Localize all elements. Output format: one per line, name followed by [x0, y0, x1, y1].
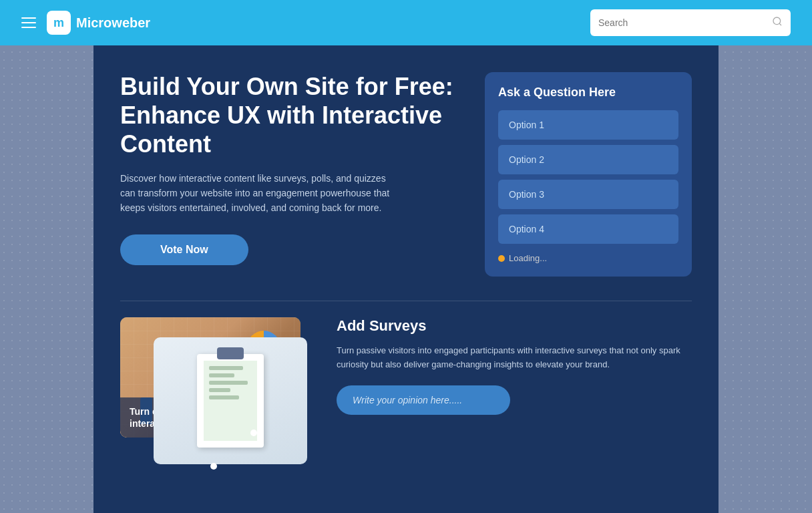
- poll-loading: Loading...: [498, 253, 678, 263]
- connector-dot-1: [250, 430, 257, 436]
- main-content: Build Your Own Site for Free: Enhance UX…: [93, 45, 719, 513]
- poll-option-4[interactable]: Option 4: [498, 214, 678, 244]
- opinion-input[interactable]: [337, 385, 510, 415]
- poll-card: Ask a Question Here Option 1 Option 2 Op…: [485, 72, 692, 277]
- logo-area: m Microweber: [47, 11, 150, 35]
- navbar-left: m Microweber: [21, 11, 150, 35]
- section-divider: [120, 301, 692, 301]
- search-icon: [772, 16, 783, 29]
- surveys-description: Turn passive visitors into engaged parti…: [337, 344, 692, 372]
- surveys-section: Add Surveys Turn passive visitors into e…: [337, 317, 692, 415]
- clipboard-clip: [217, 347, 244, 359]
- clipboard-image: [154, 337, 307, 464]
- poll-option-2[interactable]: Option 2: [498, 145, 678, 174]
- navbar: m Microweber: [0, 0, 812, 45]
- hero-left: Build Your Own Site for Free: Enhance UX…: [120, 72, 458, 265]
- search-input[interactable]: [598, 17, 767, 28]
- svg-point-0: [773, 17, 781, 25]
- loading-dot: [498, 255, 505, 262]
- loading-text: Loading...: [509, 253, 547, 263]
- connector-dot-2: [210, 463, 217, 470]
- surveys-title: Add Surveys: [337, 317, 692, 335]
- hero-section: Build Your Own Site for Free: Enhance UX…: [120, 45, 692, 277]
- bottom-section: Turn clicks into connections with intera…: [120, 317, 692, 491]
- hamburger-menu[interactable]: [21, 17, 36, 28]
- vote-now-button[interactable]: Vote Now: [120, 234, 248, 265]
- line-3: [209, 381, 248, 385]
- image-collage: Turn clicks into connections with intera…: [120, 317, 321, 464]
- poll-option-3[interactable]: Option 3: [498, 180, 678, 209]
- line-2: [209, 373, 234, 377]
- search-bar[interactable]: [590, 9, 791, 36]
- line-5: [209, 395, 239, 399]
- logo-text: Microweber: [76, 15, 150, 31]
- line-1: [209, 366, 243, 370]
- hero-description: Discover how interactive content like su…: [120, 171, 401, 216]
- hero-title: Build Your Own Site for Free: Enhance UX…: [120, 72, 458, 159]
- clipboard-paper: [204, 361, 257, 441]
- line-4: [209, 388, 230, 392]
- poll-option-1[interactable]: Option 1: [498, 110, 678, 140]
- logo-icon: m: [47, 11, 71, 35]
- poll-title: Ask a Question Here: [498, 86, 678, 100]
- svg-line-1: [779, 23, 781, 25]
